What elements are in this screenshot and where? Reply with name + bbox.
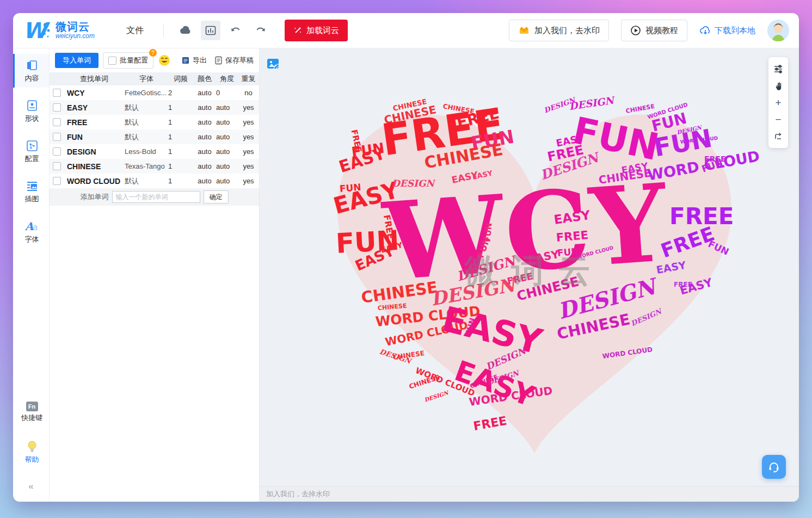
panel-toolbar: 导入单词 批量配置 ? xyxy=(50,48,259,72)
cloud-upload-icon[interactable] xyxy=(176,21,195,40)
zoom-out-button[interactable]: − xyxy=(768,111,788,128)
help-badge-icon[interactable]: ? xyxy=(149,49,157,57)
app-logo[interactable]: W 微词云 weiciyun.com xyxy=(23,18,95,42)
cloud-download-icon xyxy=(699,25,711,36)
illustration-icon xyxy=(25,180,39,193)
word-table-header: 查找单词 字体 词频 颜色 角度 重复 xyxy=(50,72,259,85)
export-doc-icon xyxy=(181,56,190,65)
table-row[interactable]: FUN默认1autoautoyes xyxy=(50,130,259,144)
content-icon xyxy=(25,59,39,72)
header-divider xyxy=(163,24,164,37)
image-edit-icon[interactable] xyxy=(266,57,281,73)
logo-title: 微词云 xyxy=(56,21,95,33)
add-word-input[interactable] xyxy=(112,191,200,203)
table-row[interactable]: WCYFetteGotisc...2auto0no xyxy=(50,85,259,100)
page-background: W 微词云 weiciyun.com 文件 xyxy=(0,0,812,518)
sidebar-item-content[interactable]: 内容 xyxy=(13,54,49,88)
header: W 微词云 weiciyun.com 文件 xyxy=(13,13,799,48)
canvas-toolbar: + − xyxy=(768,57,788,148)
logo-subtitle: weiciyun.com xyxy=(56,33,95,40)
config-icon xyxy=(25,139,39,152)
batch-config-toggle[interactable]: 批量配置 ? xyxy=(103,52,153,69)
video-tutorial-button[interactable]: 视频教程 xyxy=(621,20,687,41)
table-row[interactable]: DESIGNLess-Bold1autoautoyes xyxy=(50,144,259,159)
sidebar-item-font[interactable]: A a 字体 xyxy=(13,215,49,249)
sidebar-item-shape[interactable]: 形状 xyxy=(13,94,49,128)
watermark-hint: 加入我们，去掉水印 xyxy=(260,486,799,502)
row-checkbox[interactable] xyxy=(53,147,61,156)
sidebar-item-help[interactable]: 帮助 xyxy=(13,435,49,469)
pan-hand-icon[interactable] xyxy=(768,77,788,94)
row-checkbox[interactable] xyxy=(53,103,61,112)
svg-text:W: W xyxy=(23,18,51,42)
canvas-area[interactable]: 微词云 CHINESECHINESECHINESEFREEFREEFUNFREE… xyxy=(260,48,799,502)
watermark: 微词云 xyxy=(464,249,605,293)
font-icon: A a xyxy=(24,220,40,233)
sidebar-item-config[interactable]: 配置 xyxy=(13,134,49,168)
table-row[interactable]: FREE默认1autoautoyes xyxy=(50,115,259,130)
table-row[interactable]: CHINESETexas-Tango1autoautoyes xyxy=(50,159,259,174)
reset-rotate-icon[interactable] xyxy=(768,128,788,145)
row-checkbox[interactable] xyxy=(53,89,61,97)
sidebar-item-illustration[interactable]: 插图 xyxy=(13,175,49,208)
batch-config-checkbox[interactable] xyxy=(108,57,116,65)
add-word-row: 添加单词 确定 xyxy=(50,188,259,206)
app-window: W 微词云 weiciyun.com 文件 xyxy=(13,13,799,502)
chart-icon[interactable] xyxy=(201,21,220,40)
fn-icon: Fn xyxy=(26,402,38,411)
export-button[interactable]: 导出 xyxy=(181,55,207,65)
table-row[interactable]: EASY默认1autoautoyes xyxy=(50,100,259,115)
crown-icon xyxy=(518,25,530,36)
table-row[interactable]: WORD CLOUD默认1autoautoyes xyxy=(50,174,259,188)
join-us-button[interactable]: 加入我们，去水印 xyxy=(509,20,609,41)
download-local-link[interactable]: 下载到本地 xyxy=(699,25,755,36)
word-panel: 导入单词 批量配置 ? xyxy=(50,48,260,502)
sidebar: 内容 形状 配置 xyxy=(13,48,50,502)
import-words-button[interactable]: 导入单词 xyxy=(55,53,99,68)
draft-doc-icon xyxy=(214,56,223,65)
shape-icon xyxy=(25,99,39,112)
row-checkbox[interactable] xyxy=(53,162,61,170)
word-cloud[interactable]: 微词云 CHINESECHINESECHINESEFREEFREEFUNFREE… xyxy=(328,98,741,458)
add-word-label: 添加单词 xyxy=(81,192,109,202)
headset-icon xyxy=(767,460,780,473)
row-checkbox[interactable] xyxy=(53,177,61,185)
svg-text:a: a xyxy=(33,223,38,232)
confirm-button[interactable]: 确定 xyxy=(204,190,229,203)
lightbulb-icon xyxy=(27,440,38,453)
magic-wand-icon xyxy=(293,26,302,35)
adjust-sliders-icon[interactable] xyxy=(768,60,788,77)
menu-file[interactable]: 文件 xyxy=(126,25,144,36)
load-wordcloud-button[interactable]: 加载词云 xyxy=(285,20,348,41)
avatar[interactable] xyxy=(767,20,789,41)
zoom-in-button[interactable]: + xyxy=(768,94,788,111)
play-circle-icon xyxy=(630,25,641,36)
sidebar-item-shortcuts[interactable]: Fn 快捷键 xyxy=(13,395,49,429)
redo-icon[interactable] xyxy=(251,21,270,40)
save-draft-button[interactable]: 保存草稿 xyxy=(214,55,254,65)
row-checkbox[interactable] xyxy=(53,118,61,126)
sidebar-collapse-button[interactable]: « xyxy=(13,476,49,497)
cloud-word: FREE xyxy=(556,230,589,244)
undo-icon[interactable] xyxy=(226,21,245,40)
word-table-body: WCYFetteGotisc...2auto0noEASY默认1autoauto… xyxy=(50,85,259,188)
laugh-emoji-icon[interactable] xyxy=(158,54,171,67)
support-button[interactable] xyxy=(762,455,786,479)
logo-w-icon: W xyxy=(23,18,51,42)
row-checkbox[interactable] xyxy=(53,133,61,141)
